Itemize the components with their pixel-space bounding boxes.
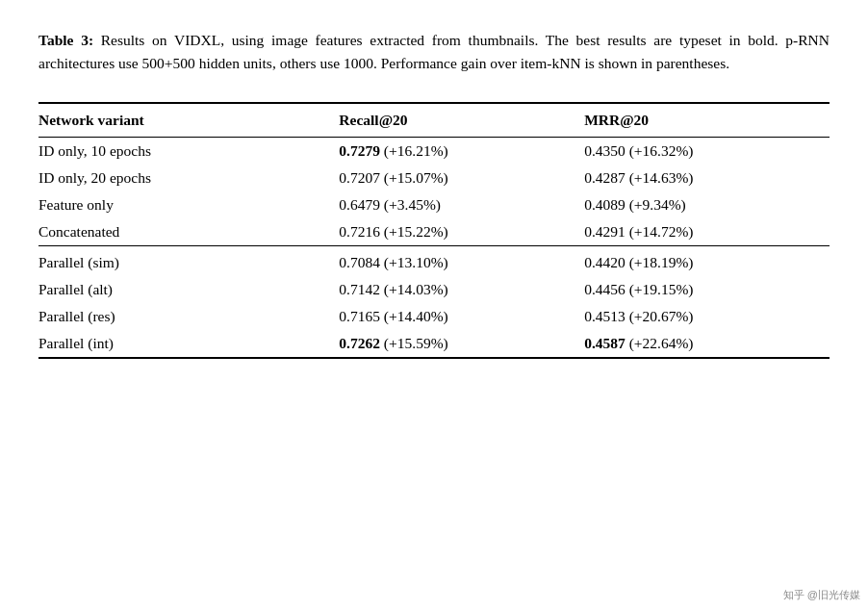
cell-mrr: 0.4456 (+19.15%) <box>584 276 830 303</box>
table-header-row: Network variant Recall@20 MRR@20 <box>38 103 830 138</box>
table-row: Parallel (alt)0.7142 (+14.03%)0.4456 (+1… <box>38 276 830 303</box>
cell-mrr: 0.4587 (+22.64%) <box>584 330 830 358</box>
cell-variant: Feature only <box>38 191 339 218</box>
table-row: ID only, 20 epochs0.7207 (+15.07%)0.4287… <box>38 165 830 191</box>
cell-recall: 0.7084 (+13.10%) <box>339 246 584 277</box>
cell-variant: Parallel (int) <box>38 330 339 358</box>
cell-mrr: 0.4513 (+20.67%) <box>584 303 830 330</box>
table-row: ID only, 10 epochs0.7279 (+16.21%)0.4350… <box>38 138 830 165</box>
table-row: Parallel (int)0.7262 (+15.59%)0.4587 (+2… <box>38 330 830 358</box>
results-table: Network variant Recall@20 MRR@20 ID only… <box>38 102 830 359</box>
caption-label: Table 3: <box>38 32 93 48</box>
cell-recall: 0.7262 (+15.59%) <box>339 330 584 358</box>
col-header-recall: Recall@20 <box>339 103 584 138</box>
col-header-variant: Network variant <box>38 103 339 138</box>
cell-variant: ID only, 20 epochs <box>38 165 339 191</box>
cell-variant: Parallel (sim) <box>38 246 339 277</box>
caption-text: Results on VIDXL, using image features e… <box>38 32 830 71</box>
table-row: Concatenated0.7216 (+15.22%)0.4291 (+14.… <box>38 218 830 246</box>
table-row: Feature only0.6479 (+3.45%)0.4089 (+9.34… <box>38 191 830 218</box>
cell-recall: 0.7279 (+16.21%) <box>339 138 584 165</box>
cell-recall: 0.7216 (+15.22%) <box>339 218 584 246</box>
table-row: Parallel (res)0.7165 (+14.40%)0.4513 (+2… <box>38 303 830 330</box>
cell-recall: 0.7142 (+14.03%) <box>339 276 584 303</box>
cell-variant: Parallel (alt) <box>38 276 339 303</box>
cell-mrr: 0.4287 (+14.63%) <box>584 165 830 191</box>
table-row: Parallel (sim)0.7084 (+13.10%)0.4420 (+1… <box>38 246 830 277</box>
col-header-mrr: MRR@20 <box>584 103 830 138</box>
cell-mrr: 0.4089 (+9.34%) <box>584 191 830 218</box>
cell-variant: ID only, 10 epochs <box>38 138 339 165</box>
cell-mrr: 0.4291 (+14.72%) <box>584 218 830 246</box>
caption: Table 3: Results on VIDXL, using image f… <box>38 29 830 75</box>
cell-recall: 0.7207 (+15.07%) <box>339 165 584 191</box>
cell-mrr: 0.4350 (+16.32%) <box>584 138 830 165</box>
cell-variant: Concatenated <box>38 218 339 246</box>
cell-recall: 0.7165 (+14.40%) <box>339 303 584 330</box>
cell-variant: Parallel (res) <box>38 303 339 330</box>
cell-recall: 0.6479 (+3.45%) <box>339 191 584 218</box>
watermark: 知乎 @旧光传媒 <box>783 588 860 602</box>
cell-mrr: 0.4420 (+18.19%) <box>584 246 830 277</box>
